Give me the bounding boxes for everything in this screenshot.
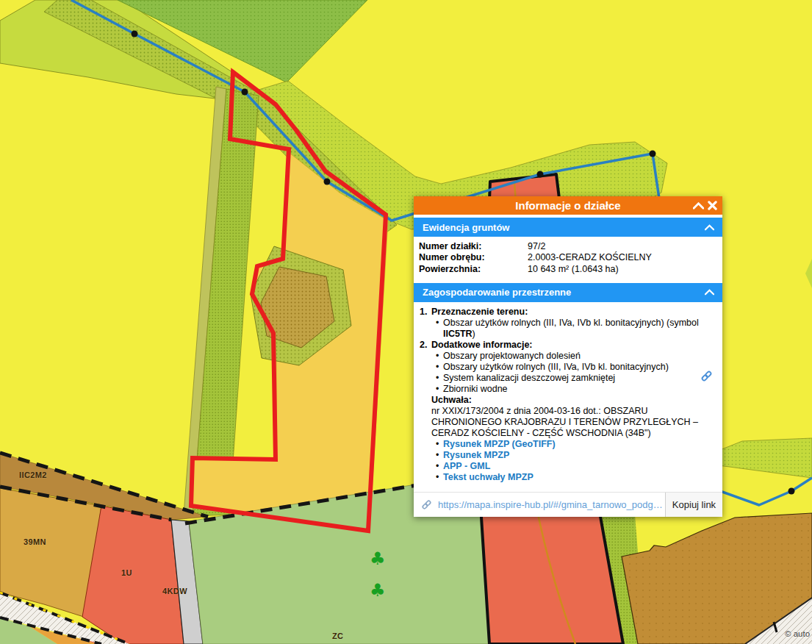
- section-header-zagospodarowanie[interactable]: Zagospodarowanie przestrzenne: [414, 283, 722, 302]
- info-row: Powierzchnia: 10 643 m² (1.0643 ha): [419, 264, 718, 275]
- popup-title: Informacje o działce: [515, 199, 620, 212]
- additional-info-list: • Obszary projektowanych dolesień • Obsz…: [418, 351, 716, 395]
- section-title: Zagospodarowanie przestrzenne: [423, 287, 571, 298]
- section-title: Ewidencja gruntów: [423, 222, 509, 233]
- document-link[interactable]: Rysunek MPZP (GeoTIFF): [443, 439, 716, 450]
- parcel-fields: Numer działki: 97/2 Numer obrębu: 2.0003…: [414, 237, 722, 280]
- tree-symbol-icon: ♣: [370, 550, 386, 568]
- document-link-item: • Tekst uchwały MPZP: [418, 472, 716, 483]
- share-bar: https://mapa.inspire-hub.pl/#/gmina_tarn…: [414, 492, 722, 517]
- list-item-1: 1. Przeznaczenie terenu:: [418, 307, 716, 318]
- field-label: Powierzchnia:: [419, 264, 528, 275]
- field-label: Numer obrębu:: [419, 252, 528, 263]
- link-icon: [421, 499, 432, 510]
- chevron-up-icon[interactable]: [705, 224, 714, 231]
- info-row: Numer działki: 97/2: [419, 241, 718, 252]
- planning-content: 1. Przeznaczenie terenu: • Obszar użytkó…: [414, 302, 722, 490]
- document-link[interactable]: Tekst uchwały MPZP: [443, 472, 716, 483]
- zone-symbol: IIC5TR: [443, 329, 473, 339]
- collapse-icon[interactable]: [693, 202, 704, 210]
- list-title: Przeznaczenie terenu:: [431, 307, 528, 318]
- popup-header: Informacje o działce: [414, 196, 722, 215]
- field-value: 10 643 m² (1.0643 ha): [528, 264, 619, 275]
- field-value: 97/2: [528, 241, 545, 252]
- tree-symbol-icon: ♣: [370, 582, 386, 599]
- map-attribution: © auto: [785, 629, 810, 638]
- resolution-text: nr XXIX/173/2004 z dnia 2004-03-16 dot.:…: [431, 406, 705, 439]
- land-use-item: • Obszar użytków rolnych (III, IVa, IVb …: [418, 318, 716, 340]
- field-value: 2.0003-CERADZ KOŚCIELNY: [528, 252, 652, 263]
- map-zone-label: 1U: [121, 568, 132, 577]
- document-link-item: • Rysunek MPZP (GeoTIFF): [418, 439, 716, 450]
- additional-info-item: • System kanalizacji deszczowej zamknięt…: [418, 373, 716, 384]
- additional-info-item: • Obszary użytków rolnych (III, IVa, IVb…: [418, 362, 716, 373]
- copy-link-button[interactable]: Kopiuj link: [665, 493, 722, 517]
- document-links: • Rysunek MPZP (GeoTIFF) • Rysunek MPZP …: [418, 439, 716, 483]
- map-zone-label: IIC2M2: [19, 471, 47, 479]
- document-link[interactable]: APP - GML: [443, 461, 716, 472]
- share-url-link[interactable]: https://mapa.inspire-hub.pl/#/gmina_tarn…: [438, 499, 665, 510]
- section-header-ewidencja[interactable]: Ewidencja gruntów: [414, 218, 722, 237]
- chevron-up-icon[interactable]: [705, 289, 714, 296]
- map-zone-label: 39MN: [24, 537, 46, 546]
- link-icon[interactable]: [700, 370, 713, 382]
- parcel-info-popup: Informacje o działce Ewidencja gruntów N…: [414, 196, 722, 517]
- document-link[interactable]: Rysunek MPZP: [443, 450, 716, 461]
- additional-info-item: • Obszary projektowanych dolesień: [418, 351, 716, 362]
- info-row: Numer obrębu: 2.0003-CERADZ KOŚCIELNY: [419, 252, 718, 263]
- document-link-item: • Rysunek MPZP: [418, 450, 716, 461]
- map-zone-1u[interactable]: [82, 506, 184, 644]
- field-label: Numer działki:: [419, 241, 528, 252]
- additional-info-item: • Zbiorniki wodne: [418, 384, 716, 395]
- close-icon[interactable]: [708, 201, 717, 210]
- document-link-item: • APP - GML: [418, 461, 716, 472]
- map-zone-label: ZC: [332, 632, 343, 640]
- list-item-2: 2. Dodatkowe informacje:: [418, 340, 716, 351]
- list-title: Dodatkowe informacje:: [431, 340, 533, 351]
- resolution-label: Uchwała:: [431, 395, 716, 406]
- map-zone-label: 4KDW: [162, 587, 187, 595]
